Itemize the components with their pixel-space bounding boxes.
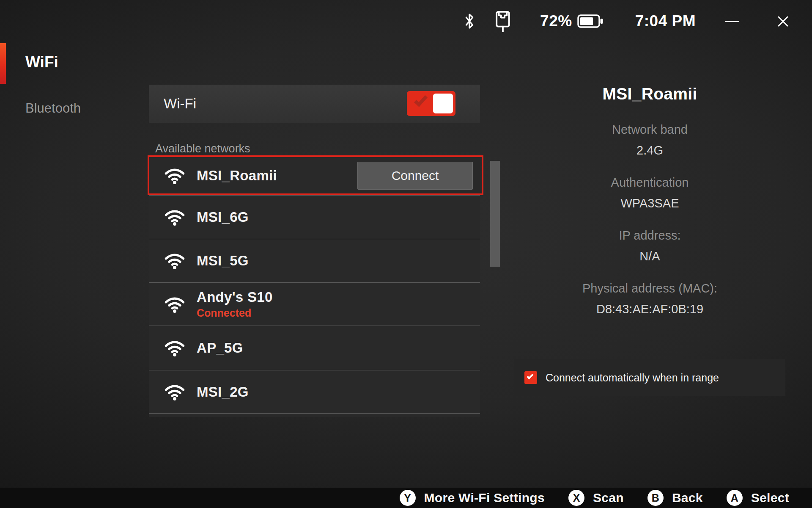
network-row-andys-s10[interactable]: Andy's S10 Connected	[149, 283, 480, 326]
scrollbar-thumb[interactable]	[490, 161, 500, 267]
available-networks-label: Available networks	[155, 142, 250, 155]
hotkey-label: Scan	[593, 491, 624, 505]
wifi-signal-icon	[164, 383, 186, 401]
clock: 7:04 PM	[635, 12, 696, 30]
close-button[interactable]	[774, 12, 791, 30]
minimize-button[interactable]	[724, 12, 741, 30]
bluetooth-icon	[463, 12, 476, 30]
hotkey-bar: Y More Wi-Fi Settings X Scan B Back A Se…	[0, 488, 812, 508]
wifi-signal-icon	[164, 208, 186, 226]
hotkey-more-wifi-settings[interactable]: Y More Wi-Fi Settings	[400, 490, 545, 506]
hotkey-label: Back	[672, 491, 703, 505]
sidebar-item-bluetooth[interactable]: Bluetooth	[25, 101, 81, 116]
sidebar-item-wifi[interactable]: WiFi	[25, 53, 58, 71]
field-label: Physical address (MAC):	[514, 282, 785, 295]
wifi-signal-icon	[164, 339, 186, 357]
network-status: Connected	[197, 307, 273, 319]
details-field-ip-address: IP address: N/A	[514, 229, 785, 263]
hotkey-scan[interactable]: X Scan	[568, 490, 624, 506]
auto-connect-label: Connect automatically when in range	[546, 372, 719, 384]
gamepad-a-button-icon: A	[727, 490, 743, 506]
details-field-network-band: Network band 2.4G	[514, 123, 785, 157]
network-name: MSI_6G	[197, 209, 249, 225]
field-value: D8:43:AE:AF:0B:19	[514, 302, 785, 316]
connect-button[interactable]: Connect	[357, 162, 473, 190]
battery-icon	[577, 14, 604, 28]
wifi-toggle-card: Wi-Fi	[149, 85, 480, 123]
network-name: AP_5G	[197, 340, 243, 356]
network-name: MSI_2G	[197, 384, 249, 400]
active-tab-accent-bar	[0, 43, 6, 84]
wifi-toggle-label: Wi-Fi	[164, 96, 196, 112]
battery-percent: 72%	[540, 12, 572, 30]
battery-indicator: 72%	[540, 12, 604, 30]
wifi-signal-icon	[164, 167, 186, 185]
network-row-msi-2g[interactable]: MSI_2G	[149, 370, 480, 414]
field-label: IP address:	[514, 229, 785, 243]
field-value: N/A	[514, 249, 785, 263]
gamepad-x-button-icon: X	[568, 490, 584, 506]
minimize-icon	[725, 21, 739, 22]
toggle-check-icon	[414, 93, 428, 107]
wifi-toggle-switch[interactable]	[407, 91, 455, 116]
field-value: WPA3SAE	[514, 196, 785, 210]
hotkey-label: More Wi-Fi Settings	[424, 491, 545, 505]
network-row-ap-5g[interactable]: AP_5G	[149, 326, 480, 370]
network-list: MSI_Roamii Connect MSI_6G	[149, 156, 480, 417]
titlebar: 72% 7:04 PM	[0, 0, 812, 42]
field-value: 2.4G	[514, 144, 785, 157]
toggle-knob	[433, 94, 453, 113]
details-title: MSI_Roamii	[514, 85, 785, 103]
controller-icon	[494, 9, 511, 33]
network-name: Andy's S10	[197, 289, 273, 305]
network-row-msi-5g[interactable]: MSI_5G	[149, 239, 480, 283]
details-field-authentication: Authentication WPA3SAE	[514, 176, 785, 210]
network-name: MSI_5G	[197, 253, 249, 269]
details-field-mac-address: Physical address (MAC): D8:43:AE:AF:0B:1…	[514, 282, 785, 316]
auto-connect-checkbox[interactable]	[524, 371, 537, 384]
gamepad-b-button-icon: B	[647, 490, 664, 506]
field-label: Authentication	[514, 176, 785, 190]
wifi-settings-page: 72% 7:04 PM WiFi Bluetooth Wi-Fi	[0, 0, 812, 508]
checkbox-check-icon	[527, 373, 533, 379]
field-label: Network band	[514, 123, 785, 137]
gamepad-y-button-icon: Y	[400, 490, 416, 506]
wifi-signal-icon	[164, 295, 186, 313]
auto-connect-card: Connect automatically when in range	[514, 359, 785, 396]
network-name: MSI_Roamii	[197, 168, 277, 184]
wifi-signal-icon	[164, 252, 186, 270]
network-row-msi-roamii[interactable]: MSI_Roamii Connect	[149, 156, 480, 196]
close-icon	[777, 16, 789, 27]
hotkey-select[interactable]: A Select	[727, 490, 789, 506]
hotkey-back[interactable]: B Back	[647, 490, 703, 506]
hotkey-label: Select	[751, 491, 789, 505]
network-row-msi-6g[interactable]: MSI_6G	[149, 196, 480, 239]
